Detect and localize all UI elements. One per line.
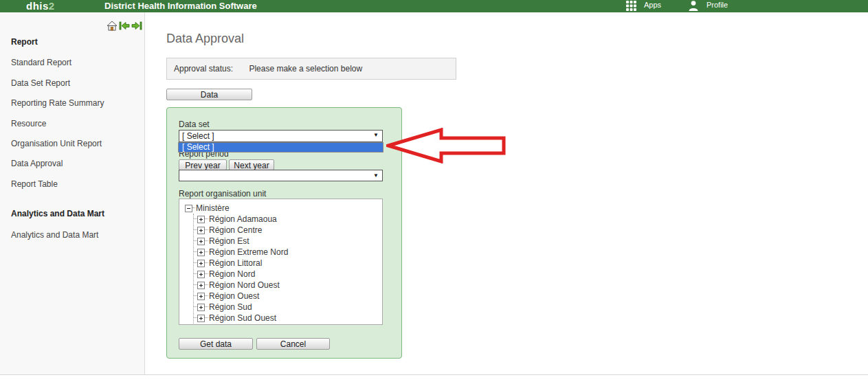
tree-node[interactable]: Région Nord — [194, 269, 382, 280]
profile-label: Profile — [706, 0, 728, 10]
approval-status-box: Approval status: Please make a selection… — [166, 58, 456, 80]
sidebar-item-organisation-unit-report[interactable]: Organisation Unit Report — [11, 139, 102, 148]
tree-node-label[interactable]: Région Nord Ouest — [209, 280, 280, 290]
tree-connector — [205, 317, 208, 319]
tree-node[interactable]: Région Sud Ouest — [194, 313, 382, 324]
expand-icon[interactable] — [197, 304, 205, 311]
expand-icon[interactable] — [197, 260, 205, 267]
sidebar-item-data-approval[interactable]: Data Approval — [11, 159, 63, 168]
dataset-select-value: [ Select ] — [182, 131, 214, 141]
select-dropdown-arrow-icon: ▼ — [373, 130, 379, 141]
sidebar: Report Standard Report Data Set Report R… — [0, 12, 145, 374]
dhis2-logo[interactable]: dhis2 — [26, 0, 55, 12]
tree-connector — [205, 262, 208, 264]
approval-status-value: Please make a selection below — [249, 64, 362, 74]
tree-node-label[interactable]: Région Sud Ouest — [209, 313, 276, 323]
orgunit-label: Report organisation unit — [179, 189, 266, 199]
tree-node[interactable]: Région Ouest — [194, 291, 382, 302]
tree-node[interactable]: Région Centre — [194, 225, 382, 236]
tree-children: Région Adamaoua Région Centre Région Est… — [193, 214, 382, 324]
tree-node-label[interactable]: Ministère — [196, 203, 230, 213]
expand-icon[interactable] — [197, 293, 205, 300]
content-bottom-divider — [0, 374, 868, 375]
tree-connector — [192, 207, 195, 209]
tree-node-label[interactable]: Région Nord — [209, 269, 255, 279]
apps-menu[interactable]: Apps — [625, 0, 661, 12]
expand-icon[interactable] — [197, 315, 205, 322]
expand-icon[interactable] — [197, 238, 205, 245]
apps-grid-icon — [625, 0, 637, 12]
period-select[interactable]: ▼ — [179, 170, 383, 181]
tree-node[interactable]: Région Est — [194, 236, 382, 247]
sidebar-item-standard-report[interactable]: Standard Report — [11, 58, 71, 67]
expand-icon[interactable] — [197, 227, 205, 234]
orgunit-tree: Ministère Région Adamaoua Région Centre … — [179, 199, 383, 325]
next-year-button[interactable]: Next year — [229, 159, 274, 170]
dataset-label: Data set — [179, 120, 210, 129]
sidebar-item-report-table[interactable]: Report Table — [11, 179, 58, 189]
profile-menu[interactable]: Profile — [687, 0, 728, 12]
apps-label: Apps — [644, 0, 661, 10]
tree-node[interactable]: Région Adamaoua — [194, 214, 382, 225]
tree-node-label[interactable]: Région Est — [209, 236, 249, 246]
tree-node-label[interactable]: Région Sud — [209, 302, 252, 312]
dhis2-app: dhis2 District Health Information Softwa… — [0, 0, 868, 384]
tree-connector — [205, 218, 208, 220]
logo-text: dhis — [26, 0, 49, 12]
app-title: District Health Information Software — [104, 0, 257, 12]
dataset-dropdown-list: [ Select ] — [178, 142, 383, 153]
tree-node-label[interactable]: Région Adamaoua — [209, 214, 277, 224]
expand-icon[interactable] — [197, 282, 205, 289]
sidebar-item-analytics-data-mart[interactable]: Analytics and Data Mart — [11, 230, 98, 240]
get-data-button[interactable]: Get data — [179, 338, 253, 350]
home-icon[interactable] — [107, 21, 118, 31]
tree-connector — [205, 229, 208, 231]
expand-icon[interactable] — [197, 271, 205, 278]
tree-connector — [205, 240, 208, 242]
tree-node[interactable]: Région Sud — [194, 302, 382, 313]
tree-node-label[interactable]: Région Ouest — [209, 291, 259, 301]
collapse-icon[interactable] — [185, 205, 192, 212]
tree-node[interactable]: Région Extreme Nord — [194, 247, 382, 258]
back-arrow-icon[interactable] — [119, 21, 130, 31]
tree-node-root[interactable]: Ministère — [185, 203, 382, 214]
expand-icon[interactable] — [197, 216, 205, 223]
sidebar-section-report: Report — [11, 37, 38, 47]
sidebar-item-resource[interactable]: Resource — [11, 119, 46, 128]
profile-icon — [687, 0, 700, 12]
select-dropdown-arrow-icon: ▼ — [373, 170, 379, 180]
sidebar-nav-icons — [107, 21, 142, 31]
tree-node-label[interactable]: Région Littoral — [209, 258, 262, 268]
prev-year-button[interactable]: Prev year — [179, 159, 227, 170]
tree-node[interactable]: Région Nord Ouest — [194, 280, 382, 291]
tree-connector — [205, 251, 208, 253]
red-annotation-arrow — [386, 128, 507, 166]
forward-arrow-icon[interactable] — [131, 21, 142, 31]
sidebar-item-reporting-rate-summary[interactable]: Reporting Rate Summary — [11, 98, 104, 108]
tree-connector — [205, 295, 208, 297]
tree-connector — [205, 273, 208, 275]
dataset-dropdown-option-select[interactable]: [ Select ] — [179, 143, 383, 152]
approval-status-label: Approval status: — [174, 64, 233, 74]
top-header-bar: dhis2 District Health Information Softwa… — [0, 0, 868, 12]
page-title: Data Approval — [166, 32, 244, 46]
tree-node[interactable]: Région Littoral — [194, 258, 382, 269]
dataset-select[interactable]: [ Select ] ▼ — [179, 130, 383, 142]
sidebar-section-analytics: Analytics and Data Mart — [11, 209, 104, 218]
tree-node-label[interactable]: Région Centre — [209, 225, 262, 235]
data-tab-button[interactable]: Data — [166, 89, 252, 100]
tree-connector — [205, 284, 208, 286]
logo-accent: 2 — [49, 0, 55, 12]
tree-node-label[interactable]: Région Extreme Nord — [209, 247, 288, 257]
expand-icon[interactable] — [197, 249, 205, 256]
cancel-button[interactable]: Cancel — [256, 338, 330, 350]
tree-connector — [205, 306, 208, 308]
sidebar-item-data-set-report[interactable]: Data Set Report — [11, 78, 70, 88]
